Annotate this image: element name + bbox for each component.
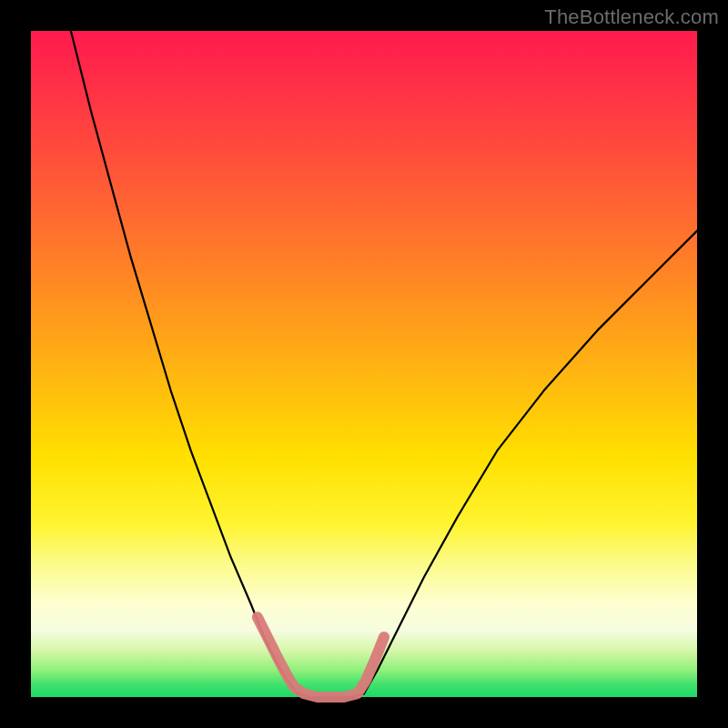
watermark-text: TheBottleneck.com <box>544 5 719 29</box>
curve-canvas <box>31 31 697 697</box>
chart-frame: TheBottleneck.com <box>0 0 728 728</box>
right-curve <box>364 231 697 694</box>
highlight-markers <box>258 617 384 697</box>
plot-area <box>31 31 697 697</box>
left-curve <box>71 31 298 693</box>
